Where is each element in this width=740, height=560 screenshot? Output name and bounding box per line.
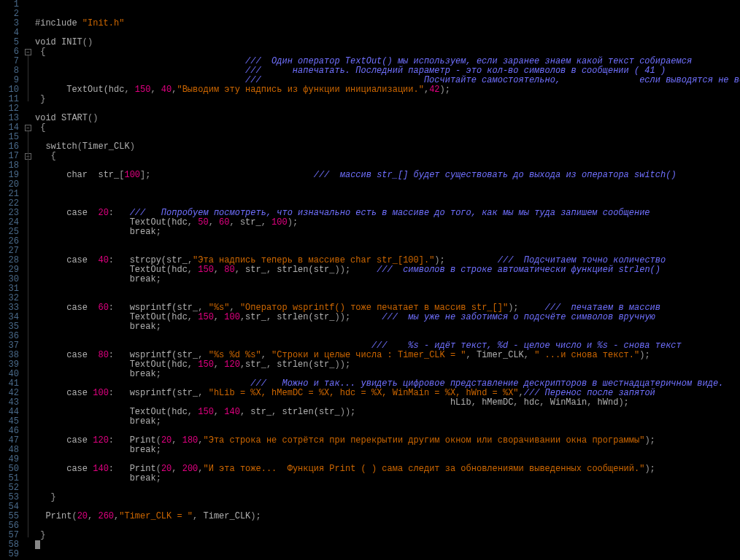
code-line[interactable] <box>35 0 740 9</box>
code-line[interactable]: { <box>35 123 740 133</box>
fold-toggle[interactable]: − <box>25 49 31 55</box>
code-line[interactable] <box>35 521 740 531</box>
code-line[interactable]: switch(Timer_CLK) <box>35 142 740 152</box>
code-line[interactable] <box>35 237 740 246</box>
code-line[interactable]: break; <box>35 474 740 483</box>
code-line[interactable] <box>35 550 740 559</box>
code-line[interactable] <box>35 28 740 38</box>
code-line[interactable]: #include "Init.h" <box>35 19 740 28</box>
code-editor: 1234567891011121314151617181920212223242… <box>0 0 740 560</box>
code-line[interactable] <box>35 190 740 199</box>
line-number-gutter: 1234567891011121314151617181920212223242… <box>0 0 23 560</box>
code-line[interactable]: break; <box>35 446 740 455</box>
code-line[interactable] <box>35 104 740 114</box>
code-line[interactable]: } <box>35 493 740 502</box>
code-line[interactable]: break; <box>35 322 740 332</box>
code-line[interactable]: } <box>35 531 740 540</box>
code-area[interactable]: #include "Init.h" void INIT() { /// Один… <box>34 0 740 560</box>
code-line[interactable] <box>35 9 740 19</box>
code-line[interactable] <box>35 284 740 294</box>
code-line[interactable]: break; <box>35 417 740 427</box>
code-line[interactable]: TextOut(hdc, 150, 40,"Выводим эту надпис… <box>35 85 740 95</box>
code-line[interactable] <box>35 180 740 190</box>
code-line[interactable] <box>35 133 740 142</box>
code-line[interactable] <box>35 483 740 493</box>
code-line[interactable] <box>35 540 740 550</box>
fold-gutter[interactable]: −−− <box>23 0 34 560</box>
code-line[interactable]: } <box>35 95 740 104</box>
code-line[interactable]: char str_[100]; /// массив str_[] будет … <box>35 171 740 180</box>
line-number: 59 <box>0 550 19 559</box>
code-line[interactable]: break; <box>35 275 740 284</box>
fold-guide <box>28 55 28 101</box>
fold-toggle[interactable]: − <box>25 125 31 131</box>
code-line[interactable]: break; <box>35 228 740 237</box>
fold-guide <box>28 160 28 499</box>
code-line[interactable]: void INIT() <box>35 38 740 47</box>
code-line[interactable]: Print(20, 260,"Timer_CLK = ", Timer_CLK)… <box>35 512 740 521</box>
code-line[interactable]: { <box>35 152 740 161</box>
code-line[interactable]: void START() <box>35 114 740 123</box>
